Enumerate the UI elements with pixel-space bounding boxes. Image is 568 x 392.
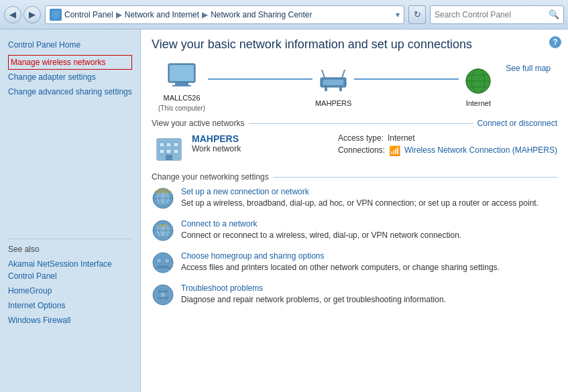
svg-line-10	[342, 70, 345, 78]
network-name[interactable]: MAHPERS	[192, 133, 338, 144]
address-bar[interactable]: Control Panel ▶ Network and Internet ▶ N…	[45, 5, 404, 24]
search-icon[interactable]: 🔍	[549, 9, 559, 19]
search-box: 🔍	[430, 5, 564, 24]
settings-section-header: Change your networking settings	[152, 172, 557, 182]
svg-rect-11	[325, 87, 327, 91]
connect-disconnect-link[interactable]: Connect or disconnect	[477, 119, 557, 128]
network-card: MAHPERS Work network Access type: Intern…	[152, 133, 557, 163]
breadcrumb-network-internet[interactable]: Network and Internet	[125, 10, 199, 19]
svg-point-36	[153, 253, 173, 273]
network-line-1	[208, 78, 313, 80]
search-input[interactable]	[435, 10, 546, 19]
settings-divider-line	[273, 177, 557, 178]
svg-rect-23	[174, 143, 178, 147]
active-networks-section-header: View your active networks Connect or dis…	[152, 119, 557, 128]
settings-item-3: Choose homegroup and sharing options Acc…	[152, 251, 557, 274]
sidebar-home-link[interactable]: Control Panel Home	[8, 39, 132, 51]
signal-icon: 📶	[389, 145, 400, 156]
access-type-label: Access type:	[338, 133, 384, 143]
settings-icon-2	[152, 219, 174, 242]
network-details: Access type: Internet Connections: 📶 Wir…	[338, 133, 557, 159]
access-type-row: Access type: Internet	[338, 133, 557, 143]
router-icon	[317, 66, 350, 96]
svg-rect-24	[160, 149, 164, 153]
sidebar-link-change-advanced[interactable]: Change advanced sharing settings	[8, 84, 132, 99]
help-button[interactable]: ?	[549, 36, 561, 48]
sidebar-link-homegroup[interactable]: HomeGroup	[8, 283, 132, 298]
sidebar-link-change-adapter[interactable]: Change adapter settings	[8, 70, 132, 84]
node-label-router: MAHPERS	[315, 99, 351, 107]
see-full-map-link[interactable]: See full map	[506, 64, 551, 73]
address-icon	[50, 9, 62, 21]
sidebar-link-internet-options[interactable]: Internet Options	[8, 298, 132, 313]
settings-item-title-2[interactable]: Connect to a network	[181, 219, 557, 228]
svg-rect-42	[158, 297, 168, 300]
main-layout: Control Panel Home Manage wireless netwo…	[0, 29, 568, 392]
content-area: ? View your basic network information an…	[141, 29, 568, 392]
connections-label: Connections:	[338, 145, 385, 155]
settings-item-desc-2: Connect or reconnect to a wireless, wire…	[181, 231, 461, 240]
settings-item-title-3[interactable]: Choose homegroup and sharing options	[181, 251, 557, 261]
settings-item-text-2: Connect to a network Connect or reconnec…	[181, 219, 557, 241]
svg-point-37	[156, 258, 162, 263]
svg-point-38	[164, 258, 170, 263]
connections-link[interactable]: Wireless Network Connection (MAHPERS)	[404, 145, 557, 155]
sidebar-link-manage-wireless[interactable]: Manage wireless networks	[8, 55, 132, 70]
svg-rect-12	[339, 87, 342, 91]
address-dropdown[interactable]: ▾	[396, 10, 400, 19]
svg-rect-25	[166, 149, 171, 153]
see-also-label: See also	[8, 245, 132, 254]
settings-item-text-1: Set up a new connection or network Set u…	[181, 187, 557, 209]
breadcrumb-control-panel[interactable]: Control Panel	[64, 10, 113, 19]
svg-rect-21	[160, 143, 164, 147]
network-map-inner: MALLC526 (This computer)	[158, 61, 495, 112]
node-label-computer: MALLC526	[163, 94, 200, 102]
forward-button[interactable]: ▶	[23, 6, 41, 23]
network-map: MALLC526 (This computer)	[152, 61, 557, 112]
node-label-internet: Internet	[466, 99, 491, 107]
page-title: View your basic network information and …	[152, 38, 557, 52]
network-line-2	[354, 78, 459, 80]
title-bar: ◀ ▶ Control Panel ▶ Network and Internet…	[0, 0, 568, 29]
settings-items: Set up a new connection or network Set u…	[152, 187, 557, 306]
settings-icon-3	[152, 251, 174, 274]
svg-line-9	[322, 70, 325, 78]
access-type-value: Internet	[388, 133, 415, 143]
node-sublabel-computer: (This computer)	[158, 105, 205, 112]
sidebar: Control Panel Home Manage wireless netwo…	[0, 29, 141, 392]
settings-item-4: Troubleshoot problems Diagnose and repai…	[152, 283, 557, 306]
svg-rect-5	[175, 82, 188, 85]
settings-item-title-1[interactable]: Set up a new connection or network	[181, 187, 557, 196]
network-node-internet: Internet	[461, 66, 495, 107]
settings-item-desc-1: Set up a wireless, broadband, dial-up, a…	[181, 198, 538, 208]
settings-item-text-3: Choose homegroup and sharing options Acc…	[181, 251, 557, 273]
breadcrumb-current: Network and Sharing Center	[211, 10, 312, 19]
settings-item-text-4: Troubleshoot problems Diagnose and repai…	[181, 283, 557, 306]
settings-icon-4	[152, 283, 174, 306]
settings-item-desc-3: Access files and printers located on oth…	[181, 263, 500, 272]
settings-item-1: Set up a new connection or network Set u…	[152, 187, 557, 210]
svg-rect-41	[158, 290, 168, 293]
svg-rect-1	[54, 17, 58, 18]
network-card-info: MAHPERS Work network	[192, 133, 338, 153]
globe-icon	[461, 66, 495, 96]
refresh-button[interactable]: ↻	[408, 5, 426, 24]
section-divider-line	[249, 123, 473, 124]
active-networks-label: View your active networks	[152, 119, 245, 128]
network-card-icon	[154, 133, 184, 163]
sidebar-main-section: Control Panel Home Manage wireless netwo…	[0, 36, 140, 105]
network-node-router: MAHPERS	[315, 66, 351, 107]
network-node-computer: MALLC526 (This computer)	[158, 61, 205, 112]
computer-icon	[165, 61, 198, 91]
settings-item-title-4[interactable]: Troubleshoot problems	[181, 283, 557, 293]
back-button[interactable]: ◀	[4, 6, 21, 23]
svg-rect-27	[166, 155, 172, 160]
sidebar-link-windows-firewall[interactable]: Windows Firewall	[8, 313, 132, 328]
svg-rect-4	[170, 65, 194, 81]
svg-rect-8	[323, 80, 343, 85]
settings-label: Change your networking settings	[152, 172, 269, 182]
settings-item-desc-4: Diagnose and repair network problems, or…	[181, 295, 446, 304]
svg-rect-26	[174, 149, 178, 153]
sidebar-link-akamai[interactable]: Akamai NetSession Interface Control Pane…	[8, 257, 132, 283]
svg-rect-6	[172, 85, 191, 86]
